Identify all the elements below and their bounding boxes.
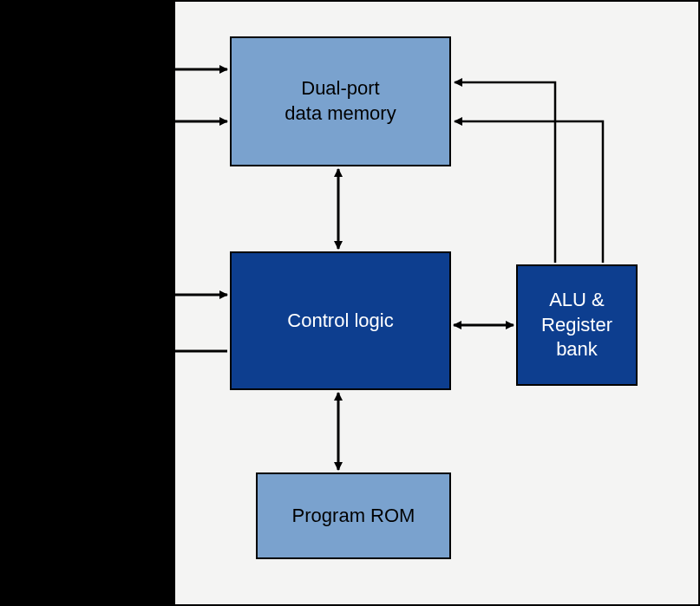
block-label: Dual-port data memory xyxy=(285,76,396,126)
block-alu-register: ALU & Register bank xyxy=(516,264,638,386)
block-label: Program ROM xyxy=(292,504,415,529)
block-label: Control logic xyxy=(287,309,393,334)
block-label: ALU & Register bank xyxy=(541,288,612,362)
block-control-logic: Control logic xyxy=(230,251,451,390)
block-program-rom: Program ROM xyxy=(256,472,451,559)
block-data-memory: Dual-port data memory xyxy=(230,36,451,166)
